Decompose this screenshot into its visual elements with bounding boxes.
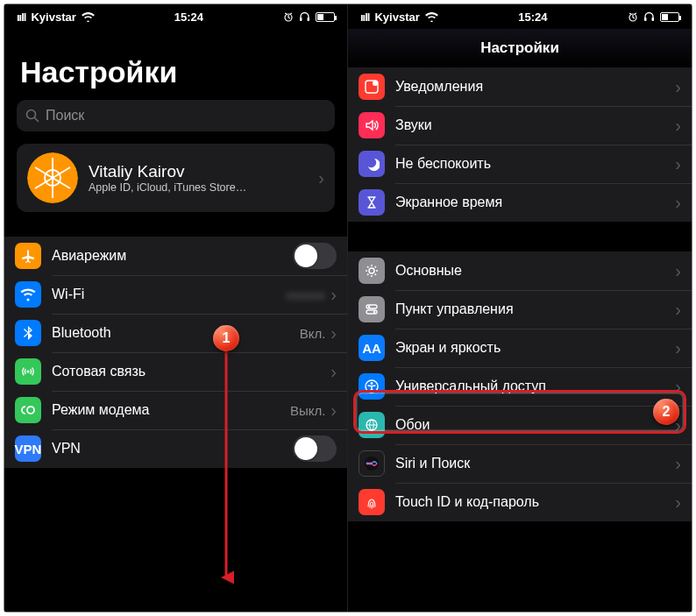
bluetooth-row[interactable]: Bluetooth Вкл. › xyxy=(4,314,347,352)
alarm-icon xyxy=(283,11,294,22)
sounds-icon xyxy=(359,112,385,138)
sounds-row[interactable]: Звуки › xyxy=(348,106,692,145)
callout-badge-2: 2 xyxy=(653,399,679,425)
notifications-row[interactable]: Уведомления › xyxy=(348,67,692,106)
cellular-label: Сотовая связь xyxy=(52,364,330,379)
cellular-icon xyxy=(15,358,41,385)
siri-label: Siri и Поиск xyxy=(395,456,675,471)
battery-icon xyxy=(660,12,679,22)
control-center-label: Пункт управления xyxy=(395,301,675,317)
chevron-right-icon: › xyxy=(675,454,681,474)
screen-right: ııll Kyivstar 15:24 Настройки Уведомлени… xyxy=(348,4,692,612)
wifi-icon xyxy=(82,12,95,22)
chevron-right-icon: › xyxy=(675,338,681,358)
search-icon xyxy=(25,109,39,123)
touch-id-row[interactable]: Touch ID и код-пароль › xyxy=(348,483,692,521)
headphones-icon xyxy=(299,11,310,22)
hotspot-icon xyxy=(15,397,41,423)
wifi-icon xyxy=(425,12,438,22)
status-bar: ııll Kyivstar 15:24 xyxy=(4,4,347,29)
chevron-right-icon: › xyxy=(675,300,681,320)
bluetooth-icon xyxy=(15,320,41,346)
vpn-icon: VPN xyxy=(15,435,41,462)
airplane-icon xyxy=(15,243,41,269)
cellular-row[interactable]: Сотовая связь › xyxy=(4,352,347,391)
svg-point-7 xyxy=(26,370,29,372)
hourglass-icon xyxy=(359,189,385,216)
accessibility-label: Универсальный доступ xyxy=(395,379,675,394)
vpn-switch[interactable] xyxy=(293,435,337,462)
accessibility-row[interactable]: Универсальный доступ › xyxy=(348,367,692,406)
accessibility-icon xyxy=(359,373,385,400)
signal-icon: ııll xyxy=(360,11,369,24)
display-row[interactable]: AA Экран и яркость › xyxy=(348,329,692,367)
chevron-right-icon: › xyxy=(330,285,337,305)
hotspot-label: Режим модема xyxy=(52,402,290,418)
gear-icon xyxy=(359,258,385,284)
hotspot-value: Выкл. xyxy=(290,403,325,418)
chevron-right-icon: › xyxy=(675,77,681,97)
alarm-icon xyxy=(628,11,638,22)
carrier-label: Kyivstar xyxy=(31,11,75,24)
display-label: Экран и яркость xyxy=(395,340,675,356)
svg-rect-9 xyxy=(644,18,647,21)
svg-point-13 xyxy=(369,268,374,273)
wifi-label: Wi-Fi xyxy=(52,287,286,302)
signal-icon: ııll xyxy=(17,11,25,24)
search-placeholder: Поиск xyxy=(46,108,84,124)
chevron-right-icon: › xyxy=(675,193,681,213)
callout-badge-1: 1 xyxy=(213,325,239,351)
control-center-row[interactable]: Пункт управления › xyxy=(348,290,692,329)
airplane-mode-row[interactable]: Авиарежим xyxy=(4,237,347,275)
battery-icon xyxy=(316,12,335,22)
chevron-right-icon: › xyxy=(330,400,337,421)
chevron-right-icon: › xyxy=(330,362,337,382)
carrier-label: Kyivstar xyxy=(374,11,419,24)
siri-row[interactable]: Siri и Поиск › xyxy=(348,444,692,483)
profile-row[interactable]: Vitaliy Kairov Apple ID, iCloud, iTunes … xyxy=(17,144,335,212)
wallpaper-row[interactable]: Обои › xyxy=(348,406,692,444)
wifi-row[interactable]: Wi-Fi xxxxxx › xyxy=(4,275,347,314)
moon-icon xyxy=(359,151,385,177)
dnd-row[interactable]: Не беспокоить › xyxy=(348,145,692,183)
chevron-right-icon: › xyxy=(675,377,681,397)
page-title: Настройки xyxy=(4,29,347,100)
chevron-right-icon: › xyxy=(318,168,324,188)
airplane-switch[interactable] xyxy=(293,243,337,269)
chevron-right-icon: › xyxy=(330,323,337,343)
svg-line-4 xyxy=(35,118,39,122)
svg-point-12 xyxy=(373,81,378,86)
vpn-row[interactable]: VPN VPN xyxy=(4,429,347,468)
avatar xyxy=(27,152,78,203)
sounds-label: Звуки xyxy=(395,117,675,133)
screen-left: ııll Kyivstar 15:24 Настройки Поиск Vita… xyxy=(4,4,348,612)
wifi-icon xyxy=(15,281,41,308)
profile-meta: Vitaliy Kairov Apple ID, iCloud, iTunes … xyxy=(89,162,318,194)
svg-rect-10 xyxy=(651,18,654,21)
chevron-right-icon: › xyxy=(675,116,681,136)
screentime-row[interactable]: Экранное время › xyxy=(348,183,692,222)
clock-label: 15:24 xyxy=(174,11,203,24)
search-input[interactable]: Поиск xyxy=(17,100,335,131)
svg-rect-2 xyxy=(307,18,309,21)
svg-rect-1 xyxy=(300,18,302,21)
dnd-label: Не беспокоить xyxy=(395,156,675,172)
settings-group-network: Авиарежим Wi-Fi xxxxxx › Bluetooth Вкл. … xyxy=(4,237,347,468)
text-size-icon: AA xyxy=(359,335,385,361)
notifications-label: Уведомления xyxy=(395,79,675,95)
general-row[interactable]: Основные › xyxy=(348,251,692,290)
wallpaper-label: Обои xyxy=(395,417,675,433)
chevron-right-icon: › xyxy=(675,261,681,281)
wifi-value: xxxxxx xyxy=(286,287,325,302)
svg-point-17 xyxy=(373,311,376,314)
wallpaper-icon xyxy=(359,412,385,438)
svg-point-19 xyxy=(371,382,373,385)
svg-point-15 xyxy=(368,306,371,308)
headphones-icon xyxy=(643,11,655,22)
control-center-icon xyxy=(359,296,385,322)
hotspot-row[interactable]: Режим модема Выкл. › xyxy=(4,391,347,429)
notifications-icon xyxy=(359,74,385,100)
profile-name: Vitaliy Kairov xyxy=(89,162,318,181)
siri-icon xyxy=(359,450,385,477)
bluetooth-label: Bluetooth xyxy=(52,325,300,341)
